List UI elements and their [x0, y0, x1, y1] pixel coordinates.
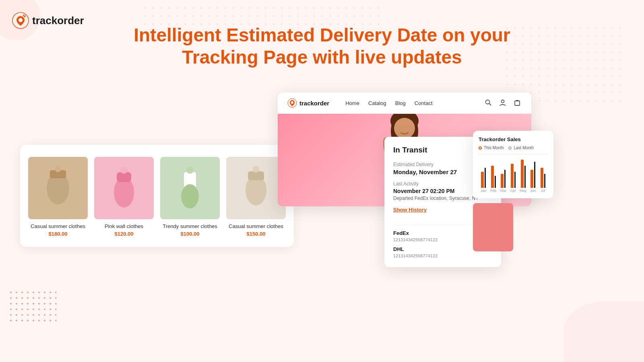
svg-point-13 — [253, 166, 259, 173]
product-panel: Casual summer clothes $180.00 Pink wall … — [20, 145, 294, 247]
user-icon[interactable] — [499, 99, 507, 107]
product-card-4[interactable]: Casual summer clothes $150.00 — [226, 157, 286, 237]
nav-link-home[interactable]: Home — [345, 100, 359, 106]
product-image-4 — [226, 157, 286, 219]
svg-point-18 — [502, 100, 504, 103]
bar-dark-jan — [485, 168, 486, 188]
product-name-3: Trendy summer clothes — [160, 223, 220, 229]
headline-text: Intelligent Estimated Delivery Date on y… — [0, 24, 644, 68]
product-image-2 — [94, 157, 154, 219]
product-card-3[interactable]: Trendy summer clothes $100.00 — [160, 157, 220, 237]
nav-link-catalog[interactable]: Catalog — [368, 100, 386, 106]
legend-dot-thismonth — [479, 146, 482, 150]
decor-shape-bottomright — [564, 302, 644, 362]
chart-label-apr: Apr — [510, 189, 516, 193]
bar-dark-jul — [544, 174, 545, 188]
sales-legend: This Month Last Month — [479, 146, 548, 150]
product-name-1: Casual summer clothes — [28, 223, 88, 229]
chart-area: JanFebMarAprMayJunJul — [479, 156, 548, 193]
bar-orange-jun — [530, 170, 533, 188]
chart-col-jul: Jul — [539, 158, 547, 193]
nav-logo[interactable]: trackorder — [287, 98, 329, 108]
sales-title: Trackorder Sales — [479, 136, 548, 142]
chart-label-jul: Jul — [541, 189, 545, 193]
pink-square-decoration — [473, 203, 513, 251]
chart-col-feb: Feb — [489, 158, 498, 193]
nav-logo-text: trackorder — [299, 100, 329, 107]
bar-orange-mar — [501, 174, 504, 188]
svg-point-7 — [120, 167, 128, 174]
svg-line-17 — [489, 104, 491, 106]
nav-link-blog[interactable]: Blog — [395, 100, 406, 106]
bar-dark-jun — [534, 162, 535, 188]
bar-orange-may — [521, 160, 524, 188]
chart-col-jun: Jun — [529, 158, 537, 193]
nav-logo-icon — [287, 98, 297, 108]
svg-point-1 — [19, 18, 23, 22]
product-price-4: $150.00 — [226, 231, 286, 237]
chart-col-jan: Jan — [479, 158, 488, 193]
svg-rect-19 — [515, 101, 520, 105]
svg-point-24 — [394, 118, 415, 139]
sales-panel: Trackorder Sales This Month Last Month J… — [473, 131, 553, 198]
chart-label-mar: Mar — [500, 189, 507, 193]
bar-orange-apr — [511, 164, 514, 188]
nav-link-contact[interactable]: Contact — [415, 100, 433, 106]
product-name-4: Casual summer clothes — [226, 223, 286, 229]
bar-dark-apr — [514, 172, 516, 188]
bar-dark-mar — [504, 170, 506, 188]
chart-label-jun: Jun — [530, 189, 536, 193]
bar-orange-jul — [541, 168, 543, 188]
svg-rect-12 — [248, 171, 264, 180]
svg-point-9 — [181, 184, 199, 208]
chart-col-mar: Mar — [499, 158, 508, 193]
product-image-3 — [160, 157, 220, 219]
cart-icon[interactable] — [514, 99, 522, 107]
decor-dots-bottomleft — [8, 290, 56, 322]
product-image-1 — [28, 157, 88, 219]
svg-point-15 — [291, 101, 293, 104]
product-card-1[interactable]: Casual summer clothes $180.00 — [28, 157, 88, 237]
bar-dark-may — [524, 166, 526, 188]
chart-dotted-line — [479, 154, 548, 154]
bar-orange-jan — [481, 172, 484, 188]
bar-orange-feb — [491, 166, 494, 188]
chart-label-may: May — [520, 189, 526, 193]
legend-last-month: Last Month — [508, 146, 533, 150]
product-price-1: $180.00 — [28, 231, 88, 237]
svg-point-10 — [186, 167, 194, 174]
nav-bar: trackorder Home Catalog Blog Contact — [278, 93, 531, 114]
svg-point-4 — [55, 166, 61, 172]
svg-point-16 — [486, 100, 490, 104]
search-icon[interactable] — [485, 99, 493, 107]
main-headline: Intelligent Estimated Delivery Date on y… — [0, 24, 644, 68]
carrier-tracking-dhl: 121314342568774122 — [393, 253, 492, 258]
product-name-2: Pink wall clothes — [94, 223, 154, 229]
show-history-button[interactable]: Show History — [393, 207, 427, 213]
chart-label-jan: Jan — [481, 189, 487, 193]
bar-dark-feb — [495, 176, 496, 188]
chart-col-apr: Apr — [509, 158, 518, 193]
nav-icons — [485, 99, 522, 107]
legend-dot-lastmonth — [508, 146, 512, 150]
chart-label-feb: Feb — [490, 189, 497, 193]
product-price-3: $100.00 — [160, 231, 220, 237]
product-price-2: $120.00 — [94, 231, 154, 237]
legend-this-month: This Month — [479, 146, 504, 150]
product-card-2[interactable]: Pink wall clothes $120.00 — [94, 157, 154, 237]
nav-links: Home Catalog Blog Contact — [345, 100, 432, 106]
chart-col-may: May — [519, 158, 527, 193]
